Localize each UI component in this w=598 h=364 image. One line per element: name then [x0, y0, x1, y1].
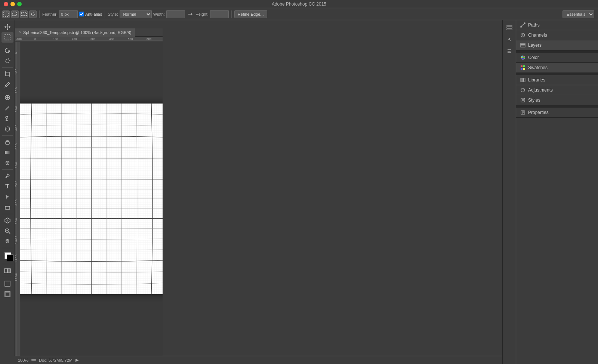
color-icon	[520, 55, 526, 61]
statusbar: 100% Doc: 5.72M/5.72M ▶	[15, 356, 502, 364]
svg-text:0: 0	[15, 52, 18, 54]
tools-panel: T	[0, 20, 15, 356]
foreground-color	[7, 255, 13, 261]
marquee-tool[interactable]	[1, 32, 13, 43]
crop-tool[interactable]	[1, 69, 13, 79]
eraser-tool[interactable]	[1, 137, 13, 147]
3d-tool[interactable]	[1, 215, 13, 226]
antialias-checkbox[interactable]	[79, 12, 84, 16]
extras-tool[interactable]	[1, 289, 13, 299]
tool-sep-9	[2, 277, 13, 277]
channels-label: Channels	[528, 33, 547, 38]
styles-panel-section: Styles	[516, 95, 598, 105]
channels-panel-header[interactable]: Channels	[516, 30, 598, 40]
pen-tool[interactable]	[1, 171, 13, 181]
paths-panel-header[interactable]: Paths	[516, 20, 598, 30]
properties-panel-header[interactable]: Properties	[516, 108, 598, 117]
svg-rect-319	[523, 65, 525, 67]
clone-tool[interactable]	[1, 113, 13, 124]
svg-rect-316	[521, 43, 525, 44]
toolbar-icon-1[interactable]	[11, 10, 19, 18]
shape-tool[interactable]	[1, 202, 13, 213]
height-input[interactable]	[210, 10, 229, 18]
tab-bar: ✕ Spherical360_Template.psb @ 100% (Back…	[15, 28, 163, 37]
path-select-tool[interactable]	[1, 192, 13, 202]
svg-rect-308	[507, 25, 512, 27]
svg-rect-318	[521, 65, 523, 67]
close-window-button[interactable]	[4, 2, 8, 6]
svg-point-9	[7, 174, 8, 175]
swap-icon[interactable]	[187, 10, 194, 18]
svg-rect-3	[5, 35, 10, 40]
lasso-tool[interactable]	[1, 45, 13, 56]
eyedropper-tool[interactable]	[1, 79, 13, 90]
brush-tool[interactable]	[1, 103, 13, 113]
zoom-tool[interactable]	[1, 226, 13, 236]
zoom-icon[interactable]	[31, 358, 36, 363]
essentials-select[interactable]: Essentials	[562, 10, 594, 18]
style-label: Style:	[108, 12, 118, 16]
color-label: Color	[528, 55, 539, 60]
svg-rect-7	[7, 141, 8, 142]
ruler-v-svg: 0 0 1 0 0 2 0 0 3 0 0 4 0 0 5 0 0 6 0 0 …	[15, 42, 20, 356]
svg-text:1 0 0: 1 0 0	[15, 69, 18, 75]
svg-text:1 1 0 0: 1 1 0 0	[15, 255, 18, 263]
antialias-label: Anti-alias	[79, 12, 102, 16]
screen-mode-tool[interactable]	[1, 278, 13, 289]
minimize-window-button[interactable]	[10, 2, 15, 6]
color-panel-header[interactable]: Color	[516, 53, 598, 62]
window-controls[interactable]	[4, 2, 22, 6]
text-tool[interactable]: T	[1, 181, 13, 192]
titlebar: Adobe Photoshop CC 2015	[0, 0, 598, 8]
canvas-svg: // Generated in the SVG via template - w…	[20, 104, 163, 294]
svg-point-313	[523, 34, 525, 36]
svg-rect-323	[523, 78, 524, 82]
layers-panel-header[interactable]: Layers	[516, 40, 598, 50]
toolbar-sep-3	[231, 10, 232, 18]
properties-label: Properties	[528, 110, 549, 115]
svg-text:7 0 0: 7 0 0	[15, 181, 18, 187]
adjustments-icon	[520, 87, 526, 93]
style-select[interactable]: Normal Fixed Ratio Fixed Size	[120, 10, 152, 18]
channels-panel-section: Channels	[516, 30, 598, 40]
blur-tool[interactable]	[1, 158, 13, 168]
refine-edge-button[interactable]: Refine Edge...	[234, 10, 267, 18]
svg-rect-314	[521, 46, 525, 47]
quick-mask-tool[interactable]	[1, 265, 13, 276]
swatches-panel-header[interactable]: Swatches	[516, 63, 598, 73]
tab-filename: Spherical360_Template.psb @ 100% (Backgr…	[23, 30, 131, 35]
feather-label: Feather:	[42, 12, 58, 16]
svg-text:8 0 0: 8 0 0	[15, 200, 18, 206]
right-panel: Paths Channels Layers Color	[516, 20, 598, 364]
svg-text:3 0 0: 3 0 0	[15, 106, 18, 112]
panel-icon-paragraph[interactable]	[504, 46, 515, 57]
history-tool[interactable]	[1, 124, 13, 134]
height-label: Height:	[195, 12, 209, 16]
toolbar-icon-3[interactable]	[29, 10, 37, 18]
adjustments-panel-header[interactable]: Adjustments	[516, 85, 598, 95]
styles-panel-header[interactable]: Styles	[516, 95, 598, 105]
document-tab[interactable]: ✕ Spherical360_Template.psb @ 100% (Back…	[15, 28, 135, 37]
quick-select-tool[interactable]	[1, 56, 13, 66]
panel-icon-text[interactable]: A	[504, 34, 515, 45]
width-input[interactable]	[166, 10, 185, 18]
libraries-panel-header[interactable]: Libraries	[516, 75, 598, 85]
healing-tool[interactable]	[1, 92, 13, 103]
feather-input[interactable]	[59, 10, 78, 18]
status-arrow[interactable]: ▶	[75, 358, 78, 363]
layers-icon	[520, 42, 526, 48]
panel-icon-layers[interactable]	[504, 22, 515, 33]
paths-icon	[520, 22, 526, 28]
gradient-tool[interactable]	[1, 147, 13, 158]
maximize-window-button[interactable]	[17, 2, 22, 6]
svg-text:100: 100	[53, 37, 58, 41]
toolbar-marquee-icon[interactable]	[2, 10, 10, 18]
svg-rect-17	[6, 292, 9, 296]
svg-text:4 0 0: 4 0 0	[15, 125, 18, 131]
move-tool[interactable]	[1, 22, 13, 32]
hand-tool[interactable]	[1, 236, 13, 247]
close-icon[interactable]: ✕	[19, 30, 22, 34]
color-swatch[interactable]	[1, 251, 13, 263]
toolbar-icon-2[interactable]	[20, 10, 28, 18]
svg-rect-12	[4, 269, 7, 273]
